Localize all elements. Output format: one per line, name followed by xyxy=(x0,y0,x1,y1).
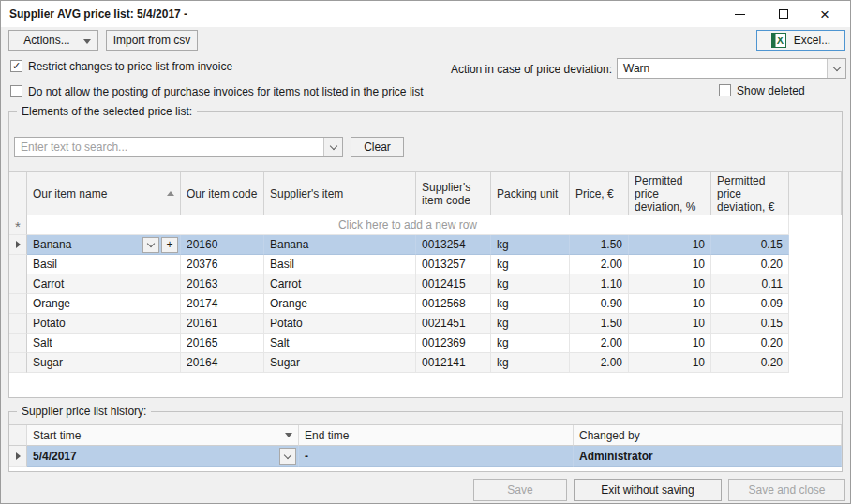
column-header-deviation-eur[interactable]: Permitted price deviation, € xyxy=(711,172,789,215)
add-new-row[interactable]: Click here to add a new row xyxy=(27,215,789,235)
cell-price[interactable]: 0.90 xyxy=(570,294,629,314)
no-posting-checkbox[interactable] xyxy=(10,85,22,97)
clear-button[interactable]: Clear xyxy=(351,137,404,157)
cell-deviation-eur[interactable]: 0.09 xyxy=(711,294,789,314)
column-header-suppliers-item-code[interactable]: Supplier's item code xyxy=(416,172,491,215)
cell-deviation-pct[interactable]: 10 xyxy=(629,235,711,255)
cell-deviation-pct[interactable]: 10 xyxy=(629,353,711,373)
search-input[interactable] xyxy=(15,138,323,156)
restrict-changes-checkbox[interactable]: ✓ xyxy=(10,60,22,72)
cell-price[interactable]: 2.00 xyxy=(570,353,629,373)
cell-packing-unit[interactable]: kg xyxy=(491,235,570,255)
cell-deviation-eur[interactable]: 0.20 xyxy=(711,353,789,373)
cell-suppliers-item[interactable]: Sugar xyxy=(264,353,416,373)
item-dropdown-button[interactable] xyxy=(142,237,159,253)
cell-deviation-eur[interactable]: 0.15 xyxy=(711,314,789,334)
row-indicator[interactable] xyxy=(9,274,27,294)
cell-deviation-eur[interactable]: 0.20 xyxy=(711,255,789,274)
cell-packing-unit[interactable]: kg xyxy=(491,294,570,314)
row-indicator[interactable] xyxy=(9,353,27,373)
cell-suppliers-item-code[interactable]: 0013257 xyxy=(416,255,491,274)
cell-suppliers-item-code[interactable]: 0021451 xyxy=(416,314,491,334)
cell-deviation-pct[interactable]: 10 xyxy=(629,294,711,314)
cell-deviation-eur[interactable]: 0.11 xyxy=(711,274,789,294)
cell-our-item-name[interactable]: Carrot xyxy=(27,274,181,294)
cell-suppliers-item-code[interactable]: 0013254 xyxy=(416,235,491,255)
cell-deviation-pct[interactable]: 10 xyxy=(629,255,711,274)
cell-our-item-code[interactable]: 20174 xyxy=(181,294,264,314)
maximize-button[interactable] xyxy=(768,1,799,27)
save-and-close-button[interactable]: Save and close xyxy=(728,479,845,501)
cell-price[interactable]: 1.50 xyxy=(570,235,629,255)
cell-our-item-name[interactable]: Basil xyxy=(27,255,181,274)
item-add-button[interactable]: + xyxy=(161,237,178,253)
cell-our-item-code[interactable]: 20160 xyxy=(181,235,264,255)
column-header-end-time[interactable]: End time xyxy=(299,425,574,446)
cell-suppliers-item[interactable]: Potato xyxy=(264,314,416,334)
cell-changed-by[interactable]: Administrator xyxy=(574,446,842,467)
cell-our-item-name[interactable]: Potato xyxy=(27,314,181,334)
cell-our-item-name[interactable]: Orange xyxy=(27,294,181,314)
row-indicator[interactable] xyxy=(9,314,27,334)
cell-deviation-eur[interactable]: 0.20 xyxy=(711,334,789,353)
minimize-button[interactable] xyxy=(724,1,755,27)
close-button[interactable]: × xyxy=(809,1,841,27)
cell-suppliers-item[interactable]: Banana xyxy=(264,235,416,255)
search-dropdown-button[interactable] xyxy=(323,138,342,156)
import-from-csv-button[interactable]: Import from csv xyxy=(106,30,198,51)
column-header-price[interactable]: Price, € xyxy=(570,172,629,215)
cell-price[interactable]: 2.00 xyxy=(570,255,629,274)
cell-suppliers-item[interactable]: Basil xyxy=(264,255,416,274)
column-header-suppliers-item[interactable]: Supplier's item xyxy=(264,172,416,215)
cell-suppliers-item[interactable]: Carrot xyxy=(264,274,416,294)
cell-packing-unit[interactable]: kg xyxy=(491,255,570,274)
actions-button[interactable]: Actions... xyxy=(8,30,98,51)
row-indicator[interactable] xyxy=(9,334,27,353)
cell-our-item-name[interactable]: Salt xyxy=(27,334,181,353)
cell-our-item-name[interactable]: Banana + xyxy=(27,235,181,255)
excel-button[interactable]: X Excel... xyxy=(756,30,845,51)
exit-without-saving-button[interactable]: Exit without saving xyxy=(574,479,722,501)
column-header-deviation-pct[interactable]: Permitted price deviation, % xyxy=(629,172,711,215)
cell-suppliers-item-code[interactable]: 0012369 xyxy=(416,334,491,353)
cell-deviation-eur[interactable]: 0.15 xyxy=(711,235,789,255)
cell-our-item-code[interactable]: 20165 xyxy=(181,334,264,353)
column-header-start-time[interactable]: Start time xyxy=(27,425,299,446)
cell-our-item-code[interactable]: 20163 xyxy=(181,274,264,294)
row-indicator[interactable] xyxy=(9,446,27,467)
row-indicator[interactable] xyxy=(9,235,27,255)
cell-start-time[interactable]: 5/4/2017 xyxy=(27,446,299,467)
deviation-action-select[interactable]: Warn xyxy=(617,58,846,79)
cell-end-time[interactable]: - xyxy=(299,446,574,467)
save-button[interactable]: Save xyxy=(473,479,567,501)
cell-our-item-code[interactable]: 20164 xyxy=(181,353,264,373)
cell-packing-unit[interactable]: kg xyxy=(491,353,570,373)
cell-our-item-code[interactable]: 20376 xyxy=(181,255,264,274)
cell-deviation-pct[interactable]: 10 xyxy=(629,334,711,353)
column-header-our-item-code[interactable]: Our item code xyxy=(181,172,264,215)
cell-price[interactable]: 1.50 xyxy=(570,314,629,334)
row-indicator[interactable] xyxy=(9,255,27,274)
cell-price[interactable]: 2.00 xyxy=(570,334,629,353)
cell-deviation-pct[interactable]: 10 xyxy=(629,274,711,294)
cell-our-item-name[interactable]: Sugar xyxy=(27,353,181,373)
cell-our-item-code[interactable]: 20161 xyxy=(181,314,264,334)
column-header-changed-by[interactable]: Changed by xyxy=(574,425,842,446)
cell-deviation-pct[interactable]: 10 xyxy=(629,314,711,334)
cell-suppliers-item[interactable]: Salt xyxy=(264,334,416,353)
search-box[interactable] xyxy=(14,137,343,157)
cell-packing-unit[interactable]: kg xyxy=(491,314,570,334)
column-header-our-item-name[interactable]: Our item name xyxy=(27,172,181,215)
cell-suppliers-item-code[interactable]: 0012141 xyxy=(416,353,491,373)
cell-packing-unit[interactable]: kg xyxy=(491,274,570,294)
deviation-dropdown-button[interactable] xyxy=(827,59,845,78)
cell-suppliers-item[interactable]: Orange xyxy=(264,294,416,314)
cell-packing-unit[interactable]: kg xyxy=(491,334,570,353)
show-deleted-checkbox[interactable] xyxy=(719,84,731,96)
cell-price[interactable]: 1.10 xyxy=(570,274,629,294)
cell-suppliers-item-code[interactable]: 0012568 xyxy=(416,294,491,314)
column-header-packing-unit[interactable]: Packing unit xyxy=(491,172,570,215)
cell-suppliers-item-code[interactable]: 0012415 xyxy=(416,274,491,294)
start-time-dropdown-button[interactable] xyxy=(279,448,296,465)
row-indicator[interactable] xyxy=(9,294,27,314)
